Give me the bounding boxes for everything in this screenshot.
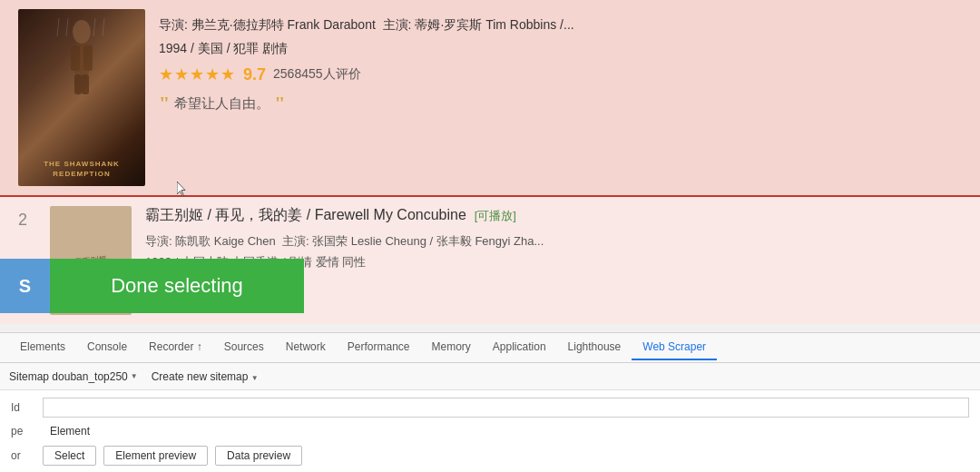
movie-info-1: 导演: 弗兰克·德拉邦特 Frank Darabont 主演: 蒂姆·罗宾斯 T… [145,9,962,186]
movie-title-2: 霸王别姬 / 再见，我的姜 / Farewell My Concubine [可… [145,206,962,225]
id-row: Id [0,395,980,419]
done-selecting-button[interactable]: Done selecting [50,259,304,313]
tab-memory[interactable]: Memory [421,335,482,360]
id-input[interactable] [43,398,969,418]
element-preview-button[interactable]: Element preview [103,446,208,466]
svg-line-9 [103,18,104,36]
action-buttons: Select Element preview Data preview [43,446,302,466]
rating-score: 9.7 [243,65,266,84]
poster-title: THE SHAWSHANK REDEMPTION [18,160,145,179]
chevron-down-icon-2: ▼ [251,374,259,382]
play-link[interactable]: [可播放] [475,209,516,222]
quote-left-icon: " [159,93,170,113]
tab-network[interactable]: Network [275,335,337,360]
svg-rect-3 [83,45,93,71]
type-label: pe [11,425,43,438]
s-indicator: S [0,259,50,313]
rating-row: ★★★★★ 9.7 2568455人评价 [159,64,948,84]
svg-point-0 [73,20,91,44]
sitemap-label: Sitemap douban_top250 [9,370,128,383]
data-preview-button[interactable]: Data preview [215,446,302,466]
select-button[interactable]: Select [43,446,96,466]
type-row: pe Element [0,419,980,443]
chevron-down-icon: ▼ [131,372,138,380]
sitemap-bar: Sitemap douban_top250 ▼ Create new sitem… [0,363,980,390]
movie-card-1: THE SHAWSHANK REDEMPTION 导演: 弗兰克·德拉邦特 Fr… [0,0,980,197]
rating-count: 2568455人评价 [273,66,361,83]
properties-panel: Id pe Element or Select Element preview … [0,390,980,472]
tab-recorder[interactable]: Recorder ↑ [138,335,213,360]
type-value: Element [43,423,97,439]
svg-rect-5 [82,74,89,94]
quote-row: " 希望让人自由。 " [159,93,948,113]
stars-icon: ★★★★★ [159,64,236,84]
movie-poster-1: THE SHAWSHANK REDEMPTION [18,9,145,186]
svg-line-7 [66,18,68,36]
svg-line-6 [57,18,59,36]
or-label: or [11,449,43,462]
tab-elements[interactable]: Elements [9,335,76,360]
rank-number: 2 [18,206,36,230]
tab-performance[interactable]: Performance [337,335,421,360]
sitemap-dropdown[interactable]: Sitemap douban_top250 ▼ [9,370,138,383]
movie-director-2: 导演: 陈凯歌 Kaige Chen 主演: 张国荣 Leslie Cheung… [145,231,962,251]
tab-sources[interactable]: Sources [213,335,275,360]
svg-rect-2 [71,45,80,71]
done-selecting-overlay: S Done selecting [0,259,304,313]
movie-year-1: 1994 / 美国 / 犯罪 剧情 [159,41,948,57]
svg-rect-4 [74,74,82,94]
svg-line-8 [93,18,95,36]
quote-right-icon: " [274,93,285,113]
tab-console[interactable]: Console [76,335,138,360]
id-label: Id [11,401,43,414]
tab-lighthouse[interactable]: Lighthouse [557,335,632,360]
create-sitemap-button[interactable]: Create new sitemap ▼ [152,370,259,383]
buttons-row: or Select Element preview Data preview [0,443,980,467]
tab-webscraper[interactable]: Web Scraper [632,335,717,360]
devtools-tabbar: Elements Console Recorder ↑ Sources Netw… [0,332,980,363]
tab-application[interactable]: Application [482,335,557,360]
quote-text: 希望让人自由。 [174,95,270,113]
mouse-cursor-icon [177,182,188,198]
movie-meta-1: 导演: 弗兰克·德拉邦特 Frank Darabont 主演: 蒂姆·罗宾斯 T… [159,14,948,36]
